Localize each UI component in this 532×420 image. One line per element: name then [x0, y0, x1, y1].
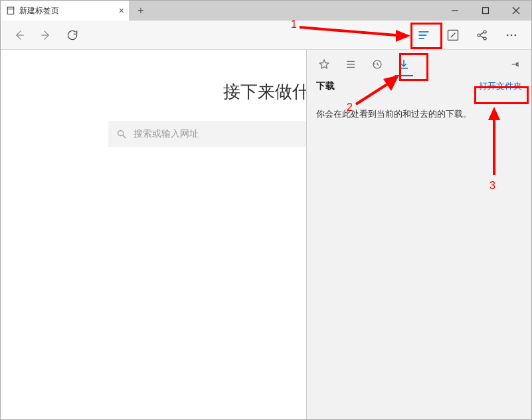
hub-tab-downloads[interactable]: [391, 50, 417, 79]
hub-tabs: [307, 50, 531, 79]
svg-point-14: [484, 37, 486, 40]
hub-pin-button[interactable]: [503, 50, 527, 79]
window-maximize-button[interactable]: [470, 1, 501, 21]
webnote-button[interactable]: [438, 21, 468, 50]
svg-rect-3: [483, 8, 489, 14]
hub-title: 下载: [316, 80, 335, 92]
back-button[interactable]: [6, 21, 33, 50]
tab-title: 新建标签页: [19, 5, 59, 17]
svg-point-13: [484, 31, 486, 33]
share-button[interactable]: [468, 21, 497, 50]
hub-panel: 下载 打开文件夹 你会在此处看到当前的和过去的的下载。: [306, 50, 531, 419]
svg-line-21: [123, 135, 126, 138]
search-placeholder: 搜索或输入网址: [133, 128, 199, 140]
new-tab-button[interactable]: +: [130, 1, 151, 21]
window-minimize-button[interactable]: [440, 1, 470, 21]
hub-tab-readinglist[interactable]: [337, 50, 364, 79]
forward-button[interactable]: [33, 21, 59, 50]
open-folder-link[interactable]: 打开文件夹: [479, 80, 522, 92]
svg-point-18: [511, 34, 513, 36]
svg-rect-1: [7, 7, 13, 9]
svg-point-20: [118, 131, 124, 136]
hub-tab-history[interactable]: [364, 50, 391, 79]
svg-point-17: [507, 34, 509, 36]
hub-tab-favorites[interactable]: [311, 50, 337, 79]
svg-line-15: [480, 32, 484, 34]
browser-tab[interactable]: 新建标签页 ×: [1, 1, 130, 21]
hub-button[interactable]: [409, 21, 438, 50]
page-icon: [6, 6, 15, 15]
svg-rect-0: [7, 7, 13, 15]
svg-line-16: [480, 35, 484, 37]
titlebar: 新建标签页 × +: [1, 1, 531, 21]
more-button[interactable]: [497, 21, 526, 50]
hub-header: 下载 打开文件夹: [307, 79, 531, 98]
svg-point-12: [478, 34, 480, 36]
window-close-button[interactable]: [501, 1, 531, 21]
refresh-button[interactable]: [59, 21, 86, 50]
hub-empty-text: 你会在此处看到当前的和过去的的下载。: [307, 98, 531, 131]
search-icon: [116, 129, 127, 139]
tab-close-icon[interactable]: ×: [119, 5, 124, 16]
svg-point-19: [515, 34, 517, 36]
toolbar: [1, 21, 531, 50]
